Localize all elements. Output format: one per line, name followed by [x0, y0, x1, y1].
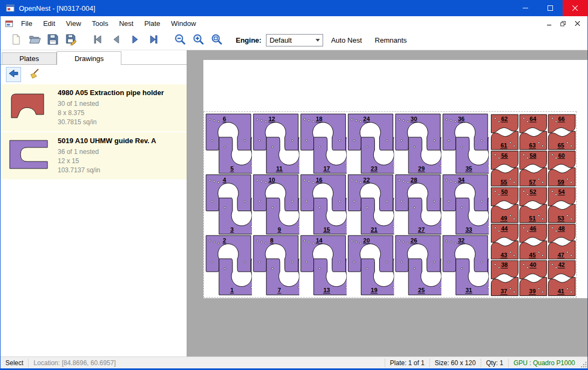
part-number: 12 [269, 116, 275, 122]
nav-next-button[interactable] [126, 32, 144, 49]
zoom-in-icon [192, 33, 205, 48]
drawing-nested: 30 of 1 nested [58, 99, 164, 109]
part-number: 56 [501, 152, 508, 159]
auto-nest-button[interactable]: Auto Nest [326, 32, 367, 48]
app-window: OpenNest - [N0317-004] File Edit View To… [0, 0, 588, 370]
part-number: 19 [371, 287, 377, 293]
part-number: 41 [558, 288, 564, 294]
drawing-title: 4980 A05 Extraction pipe holder [58, 89, 164, 97]
part-number: 48 [558, 225, 565, 232]
part-number: 16 [316, 177, 322, 183]
part-number: 58 [530, 152, 536, 159]
part-number: 31 [466, 287, 472, 293]
part-number: 32 [458, 237, 464, 244]
move-to-plate-button[interactable] [6, 67, 21, 82]
part-number: 30 [411, 116, 417, 122]
part-number: 46 [530, 225, 536, 232]
drawing-title: 5019 A10 UHMW guide Rev. A [58, 137, 156, 145]
menu-edit[interactable]: Edit [38, 17, 60, 30]
drawing-area: 30.7815 sq/in [58, 118, 164, 127]
part-number: 60 [558, 152, 565, 159]
part-number: 23 [371, 165, 377, 172]
part-number: 18 [316, 116, 322, 122]
window-title: OpenNest - [N0317-004] [19, 4, 95, 12]
minimize-button[interactable] [513, 0, 538, 16]
part-number: 52 [530, 189, 536, 195]
part-number: 38 [501, 261, 508, 268]
menu-file[interactable]: File [16, 17, 38, 30]
nest-canvas[interactable]: 6512111817242330293635431091615222128273… [187, 50, 587, 356]
document-icon[interactable] [5, 19, 13, 28]
part-number: 49 [501, 215, 507, 221]
blue-arrow-left-icon [8, 68, 19, 82]
app-icon [6, 4, 15, 12]
menu-view[interactable]: View [60, 17, 86, 30]
engine-select[interactable]: Default [266, 34, 323, 46]
tab-plates[interactable]: Plates [2, 52, 57, 64]
part-number: 26 [411, 237, 417, 244]
part-number: 40 [530, 261, 536, 268]
nav-first-button[interactable] [89, 32, 107, 49]
zoom-in-button[interactable] [189, 32, 208, 49]
new-button[interactable] [7, 32, 25, 49]
part-number: 57 [529, 179, 536, 185]
zoom-out-button[interactable] [171, 32, 189, 49]
part-number: 15 [323, 226, 330, 233]
nav-prev-button[interactable] [107, 32, 126, 49]
save-icon [47, 33, 59, 48]
part-number: 34 [458, 177, 465, 183]
part-number: 6 [223, 116, 226, 122]
status-location: Location: [84.8696, 60.6957] [29, 359, 120, 367]
save-as-button[interactable] [62, 32, 80, 49]
part-number: 62 [501, 116, 508, 122]
zoom-out-icon [174, 33, 187, 48]
part-number: 28 [411, 177, 417, 183]
status-bar: Select Location: [84.8696, 60.6957] Plat… [1, 356, 587, 368]
menu-plate[interactable]: Plate [139, 17, 166, 30]
zoom-fit-button[interactable] [208, 32, 226, 49]
part-number: 39 [529, 288, 536, 294]
close-button[interactable] [563, 0, 587, 16]
part-number: 45 [529, 252, 536, 258]
part-number: 51 [529, 215, 536, 221]
part-number: 3 [230, 226, 234, 233]
title-bar: OpenNest - [N0317-004] [1, 0, 587, 16]
open-icon [28, 33, 41, 48]
nav-last-button[interactable] [144, 32, 162, 49]
part-number: 10 [269, 177, 275, 183]
plate[interactable]: 6512111817242330293635431091615222128273… [203, 111, 577, 298]
part-number: 14 [316, 237, 323, 244]
nav-next-icon [128, 33, 141, 48]
part-number: 59 [558, 179, 564, 185]
mdi-close-button[interactable] [571, 19, 583, 29]
menu-nest[interactable]: Nest [114, 17, 139, 30]
part-number: 37 [501, 288, 507, 294]
nest-drawing: 6512111817242330293635431091615222128273… [204, 112, 576, 297]
menu-tools[interactable]: Tools [86, 17, 113, 30]
part-number: 25 [418, 287, 425, 293]
drawing-item-1[interactable]: 4980 A05 Extraction pipe holder 30 of 1 … [1, 84, 187, 131]
menu-window[interactable]: Window [166, 17, 201, 30]
maximize-button[interactable] [538, 0, 563, 16]
mdi-minimize-button[interactable] [543, 19, 555, 29]
clear-button[interactable] [26, 67, 42, 82]
save-button[interactable] [44, 32, 62, 49]
part-number: 20 [363, 237, 370, 244]
new-icon [10, 33, 22, 48]
part-number: 43 [501, 252, 507, 258]
drawing-item-2[interactable]: 5019 A10 UHMW guide Rev. A 36 of 1 neste… [1, 132, 187, 179]
part-number: 24 [363, 116, 370, 122]
status-plate: Plate: 1 of 1 [385, 359, 429, 367]
part-number: 17 [323, 165, 330, 172]
tab-drawings[interactable]: Drawings [57, 51, 121, 65]
save-as-icon [65, 33, 77, 48]
resize-grip[interactable] [580, 357, 587, 368]
mdi-restore-button[interactable] [557, 19, 569, 29]
nav-last-icon [147, 33, 160, 48]
left-panel: Plates Drawings [1, 50, 187, 356]
open-button[interactable] [25, 32, 44, 49]
part-number: 55 [501, 179, 507, 185]
part-number: 29 [418, 165, 425, 172]
remnants-button[interactable]: Remnants [370, 32, 412, 48]
menu-bar: File Edit View Tools Nest Plate Window [1, 16, 587, 31]
